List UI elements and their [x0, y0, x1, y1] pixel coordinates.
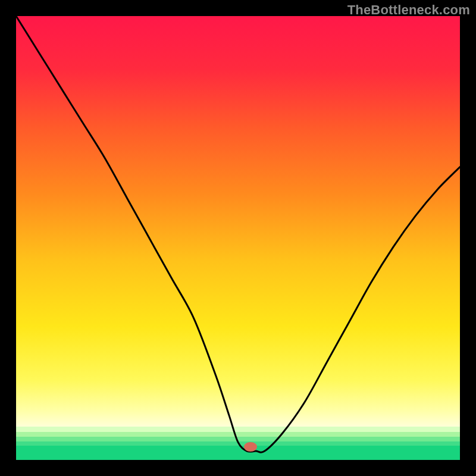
optimal-point-marker: [244, 442, 257, 452]
plot-area: [16, 16, 460, 460]
watermark-text: TheBottleneck.com: [347, 2, 470, 18]
bottleneck-curve: [16, 16, 460, 460]
chart-frame: TheBottleneck.com: [0, 0, 476, 476]
